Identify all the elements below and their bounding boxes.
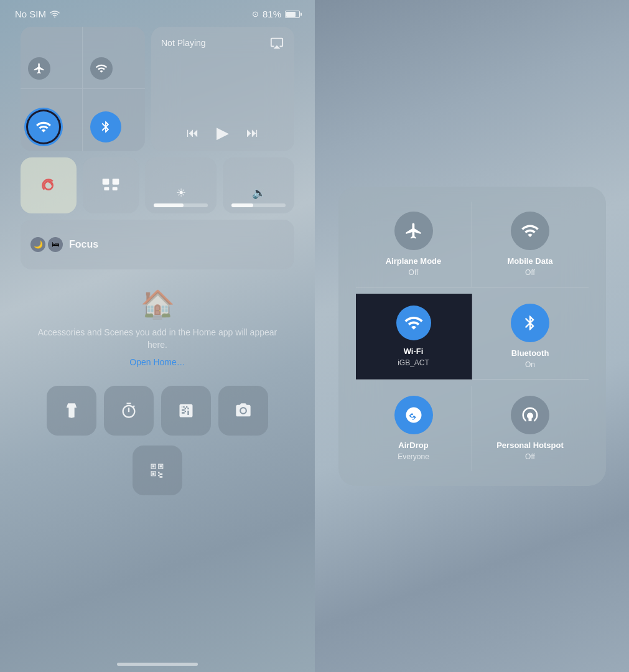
wifi-expanded-icon-circle — [396, 306, 431, 340]
screen-mirror-button[interactable] — [83, 157, 139, 213]
mobile-data-expanded-label: Mobile Data — [508, 256, 553, 266]
mobile-data-expanded-sublabel: Off — [525, 268, 535, 277]
bluetooth-expanded-icon — [511, 304, 549, 342]
volume-fill — [231, 203, 253, 207]
screen-time-icon: ⊙ — [252, 9, 259, 19]
airplane-expanded-icon — [394, 212, 433, 250]
volume-icon: 🔊 — [252, 186, 266, 200]
now-playing-title: Not Playing — [161, 38, 206, 48]
airplane-mode-button[interactable] — [21, 27, 83, 89]
brightness-slider[interactable]: ☀ — [145, 157, 217, 213]
open-home-link[interactable]: Open Home… — [129, 357, 185, 367]
moon-icon: 🌙 — [30, 237, 45, 252]
svg-point-7 — [412, 410, 415, 413]
wifi-network-name: iGB_ACT — [398, 358, 429, 367]
svg-point-6 — [241, 408, 245, 413]
home-icon: 🏠 — [141, 288, 175, 320]
hotspot-expanded-sublabel: Off — [525, 452, 535, 461]
airplay-button[interactable] — [269, 35, 284, 50]
volume-slider[interactable]: 🔊 — [223, 157, 294, 213]
airplane-icon-circle — [28, 57, 50, 80]
focus-label: Focus — [69, 239, 98, 250]
bottom-buttons-row — [21, 386, 294, 436]
play-button[interactable]: ▶ — [217, 123, 229, 142]
qr-scanner-button[interactable] — [133, 446, 182, 495]
hotspot-expanded-label: Personal Hotspot — [496, 441, 564, 450]
bed-icon: 🛏 — [48, 237, 63, 252]
status-bar: No SIM ⊙ 81% — [0, 0, 315, 24]
hotspot-expanded-icon — [511, 396, 549, 434]
battery-percent: 81% — [263, 9, 281, 19]
control-center-main: Not Playing ⏮ ▶ ⏭ — [21, 27, 294, 495]
mobile-data-expanded-icon — [511, 212, 549, 250]
bluetooth-icon-circle — [90, 111, 121, 142]
home-section: 🏠 Accessories and Scenes you add in the … — [21, 276, 294, 380]
mobile-data-button[interactable] — [83, 27, 145, 89]
airplane-mode-expanded[interactable]: Airplane Mode Off — [356, 202, 472, 287]
brightness-fill — [154, 203, 184, 207]
second-row: ☀ 🔊 — [21, 157, 294, 213]
playback-controls: ⏮ ▶ ⏭ — [161, 123, 284, 142]
timer-button[interactable] — [104, 386, 154, 436]
focus-row: 🌙 🛏 Focus — [21, 220, 294, 269]
home-description: Accessories and Scenes you add in the Ho… — [33, 327, 282, 351]
now-playing-card: Not Playing ⏮ ▶ ⏭ — [151, 27, 294, 151]
status-left: No SIM — [15, 9, 60, 19]
expanded-connectivity-card: Airplane Mode Off Mobile Data Off Wi-Fi … — [338, 187, 606, 486]
mobile-data-icon-circle — [90, 57, 113, 80]
home-indicator — [117, 663, 198, 666]
airdrop-expanded-label: AirDrop — [398, 441, 428, 450]
screen-lock-button[interactable] — [21, 157, 77, 213]
wifi-icon-circle — [28, 111, 59, 142]
airplane-expanded-sublabel: Off — [409, 268, 419, 277]
mobile-data-expanded[interactable]: Mobile Data Off — [472, 202, 589, 287]
brightness-track — [154, 203, 208, 207]
bluetooth-button[interactable] — [83, 89, 145, 151]
svg-rect-4 — [104, 187, 109, 190]
left-panel: No SIM ⊙ 81% — [0, 0, 315, 672]
wifi-button[interactable] — [21, 89, 83, 151]
wifi-expanded[interactable]: Wi-Fi iGB_ACT — [356, 294, 472, 380]
airdrop-expanded-sublabel: Everyone — [398, 452, 429, 461]
hotspot-expanded[interactable]: Personal Hotspot Off — [472, 386, 589, 471]
camera-button[interactable] — [218, 386, 268, 436]
bluetooth-expanded[interactable]: Bluetooth On — [472, 294, 589, 380]
flashlight-button[interactable] — [47, 386, 96, 436]
volume-track — [231, 203, 286, 207]
svg-rect-3 — [113, 179, 119, 184]
airplane-expanded-label: Airplane Mode — [386, 256, 442, 266]
carrier-label: No SIM — [15, 9, 46, 19]
prev-button[interactable]: ⏮ — [187, 126, 199, 140]
svg-rect-5 — [113, 187, 118, 190]
airdrop-expanded-icon — [394, 396, 433, 434]
next-button[interactable]: ⏭ — [246, 126, 259, 140]
bluetooth-expanded-label: Bluetooth — [511, 348, 549, 358]
right-panel: Airplane Mode Off Mobile Data Off Wi-Fi … — [315, 0, 629, 672]
wifi-signal-icon — [50, 9, 60, 19]
connectivity-block — [21, 27, 145, 151]
brightness-icon: ☀ — [176, 186, 186, 200]
svg-rect-2 — [103, 179, 109, 184]
svg-point-0 — [54, 16, 55, 17]
bluetooth-expanded-sublabel: On — [525, 360, 535, 369]
wifi-expanded-label: Wi-Fi — [404, 347, 424, 356]
airdrop-expanded[interactable]: AirDrop Everyone — [356, 386, 472, 471]
calculator-button[interactable] — [161, 386, 211, 436]
battery-icon — [285, 11, 300, 18]
status-right: ⊙ 81% — [252, 9, 300, 19]
focus-button[interactable]: 🌙 🛏 Focus — [21, 220, 294, 269]
